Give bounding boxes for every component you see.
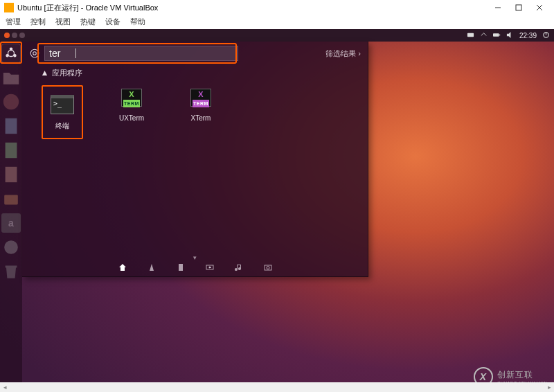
menu-manage[interactable]: 管理: [6, 17, 21, 27]
text-cursor: [75, 48, 76, 58]
uxterm-icon: XTERM: [119, 85, 144, 110]
svg-point-10: [10, 48, 12, 50]
menu-help[interactable]: 帮助: [130, 17, 145, 27]
lens-photos-icon[interactable]: [263, 262, 273, 272]
svg-rect-1: [516, 5, 521, 10]
lens-files-icon[interactable]: [176, 262, 186, 272]
network-indicator-icon[interactable]: [480, 31, 488, 40]
panel-clock[interactable]: 22:39: [519, 32, 537, 39]
svg-marker-7: [507, 31, 511, 37]
result-uxterm[interactable]: XTERM UXTerm: [111, 85, 152, 139]
panel-indicators: 22:39: [467, 31, 550, 40]
volume-indicator-icon[interactable]: [506, 31, 514, 40]
dash-search-row: ter 筛选结果 ›: [22, 42, 368, 65]
scope-target-icon[interactable]: [29, 48, 40, 59]
scroll-left-icon[interactable]: ◂: [0, 382, 10, 392]
menu-control[interactable]: 控制: [30, 17, 46, 27]
svg-point-25: [267, 267, 269, 269]
min-dot[interactable]: [12, 33, 17, 38]
svg-rect-14: [6, 118, 17, 134]
svg-rect-17: [4, 195, 18, 204]
expand-arrow-icon[interactable]: ▾: [193, 254, 197, 261]
window-dot-controls: [4, 33, 25, 38]
dash-results: 终端 XTERM UXTerm XTERM XTerm: [22, 81, 368, 143]
svg-point-12: [6, 55, 8, 57]
minimize-button[interactable]: [488, 1, 508, 14]
svg-rect-16: [6, 167, 17, 182]
vbox-app-icon: [4, 3, 14, 12]
lens-music-icon[interactable]: [234, 262, 244, 272]
filter-results-button[interactable]: 筛选结果 ›: [325, 48, 361, 59]
menu-devices[interactable]: 设备: [105, 17, 120, 27]
vbox-titlebar: Ubuntu [正在运行] - Oracle VM VirtualBox: [0, 0, 554, 15]
dash-search-input[interactable]: ter: [44, 46, 238, 61]
lens-apps-icon[interactable]: [147, 262, 157, 272]
window-controls: [488, 1, 550, 14]
close-button[interactable]: [529, 1, 550, 14]
launcher-writer[interactable]: [1, 116, 21, 136]
vbox-window-title: Ubuntu [正在运行] - Oracle VM VirtualBox: [17, 3, 488, 13]
scroll-right-icon[interactable]: ▸: [544, 382, 554, 392]
battery-indicator-icon[interactable]: [493, 31, 501, 40]
maximize-button[interactable]: [508, 1, 529, 14]
svg-point-9: [8, 51, 15, 57]
terminal-icon: [50, 92, 75, 117]
keyboard-indicator-icon[interactable]: [467, 31, 474, 40]
svg-rect-4: [467, 33, 474, 37]
menu-hotkeys[interactable]: 热键: [80, 17, 96, 27]
session-indicator-icon[interactable]: [542, 31, 550, 40]
lens-video-icon[interactable]: [205, 262, 215, 272]
dash-home-button[interactable]: [1, 44, 21, 63]
launcher-impress[interactable]: [1, 165, 21, 184]
svg-point-18: [4, 240, 18, 254]
section-applications: 应用程序: [22, 65, 368, 81]
svg-rect-6: [499, 34, 501, 35]
launcher-amazon[interactable]: a: [1, 213, 21, 233]
xterm-icon: XTERM: [188, 85, 213, 110]
menu-view[interactable]: 视图: [55, 17, 71, 27]
launcher-trash[interactable]: [1, 262, 21, 281]
svg-marker-23: [209, 267, 211, 268]
launcher-software[interactable]: [1, 189, 21, 208]
lens-home-icon[interactable]: [118, 262, 127, 272]
svg-point-11: [14, 55, 16, 57]
svg-rect-5: [493, 33, 499, 37]
unity-launcher: a: [0, 42, 22, 392]
launcher-settings[interactable]: [1, 238, 21, 257]
svg-rect-15: [6, 143, 17, 158]
result-xterm[interactable]: XTERM XTerm: [180, 85, 222, 139]
dash-lens-bar: [22, 262, 368, 272]
launcher-calc[interactable]: [1, 141, 21, 160]
ubuntu-top-panel: 22:39: [0, 29, 554, 42]
search-text: ter: [49, 48, 60, 59]
close-dot[interactable]: [4, 33, 10, 38]
launcher-files[interactable]: [1, 68, 21, 87]
svg-point-13: [3, 94, 19, 109]
ubuntu-desktop: 22:39 a ter 筛选结果 ›: [0, 29, 554, 392]
horizontal-scrollbar[interactable]: ◂ ▸: [0, 382, 554, 392]
result-terminal[interactable]: 终端: [42, 85, 83, 139]
launcher-firefox[interactable]: [1, 92, 21, 112]
svg-rect-21: [179, 264, 183, 271]
vbox-menubar: 管理 控制 视图 热键 设备 帮助: [0, 15, 554, 29]
unity-dash: ter 筛选结果 › 应用程序 终端 XTERM UXTerm XTERM: [22, 42, 368, 277]
svg-point-20: [33, 52, 37, 55]
svg-point-19: [30, 49, 38, 57]
chevron-right-icon: ›: [358, 49, 361, 57]
max-dot[interactable]: [19, 33, 25, 38]
